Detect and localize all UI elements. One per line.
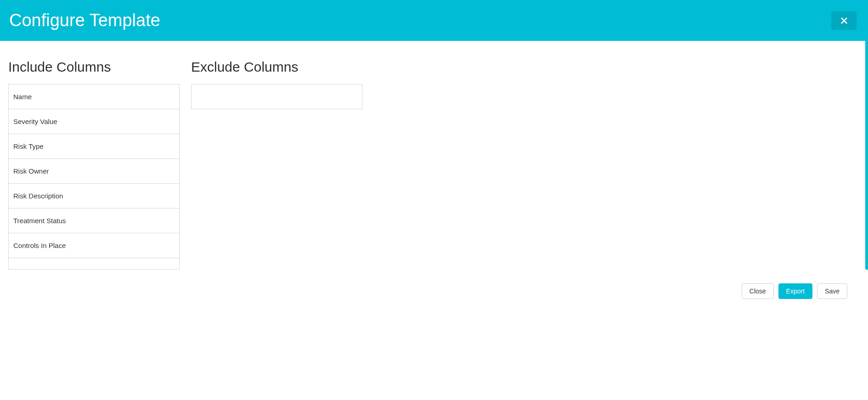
scrollbar-indicator[interactable] — [865, 41, 868, 270]
list-item[interactable]: Controls In Place — [9, 233, 179, 258]
modal-title: Configure Template — [9, 11, 160, 30]
modal-content: Include Columns Name Severity Value Risk… — [0, 41, 868, 310]
include-columns-title: Include Columns — [8, 59, 180, 75]
close-icon — [840, 17, 848, 25]
modal-header: Configure Template — [0, 0, 868, 41]
list-item[interactable]: Name — [9, 85, 179, 109]
modal-footer: Close Export Save — [742, 283, 854, 299]
close-x-button[interactable] — [831, 11, 857, 30]
list-item[interactable]: Risk Type — [9, 134, 179, 159]
exclude-columns-section: Exclude Columns — [191, 59, 362, 310]
export-button[interactable]: Export — [778, 283, 812, 299]
exclude-columns-list[interactable] — [191, 84, 362, 109]
list-item[interactable]: Treatment Status — [9, 208, 179, 233]
list-item[interactable]: Risk Description — [9, 184, 179, 208]
include-columns-section: Include Columns Name Severity Value Risk… — [8, 59, 180, 310]
save-button[interactable]: Save — [817, 283, 847, 299]
close-button[interactable]: Close — [742, 283, 774, 299]
list-item[interactable]: Risk Owner — [9, 159, 179, 184]
exclude-columns-title: Exclude Columns — [191, 59, 362, 75]
include-columns-list[interactable]: Name Severity Value Risk Type Risk Owner… — [8, 84, 180, 270]
list-item[interactable]: Severity Value — [9, 109, 179, 134]
